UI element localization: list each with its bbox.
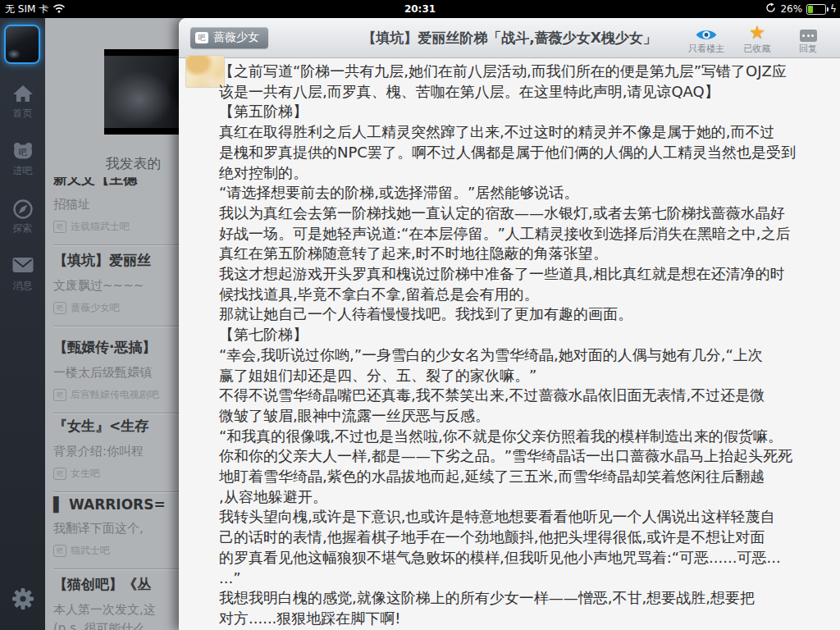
reply-bubble-icon (783, 21, 833, 42)
thread-title-header: 【填坑】爱丽丝阶梯「战斗,蔷薇少女X槐少女」 (362, 18, 657, 57)
forums-bar-icon: 吧 (0, 141, 45, 164)
bar-icon: 吧 (53, 221, 66, 233)
forum-badge-label: 蔷薇少女 (213, 30, 259, 45)
app-body: 首页 吧 进吧 (0, 18, 840, 630)
bar-icon: 吧 (53, 545, 66, 557)
bar-icon: 吧 (53, 302, 66, 314)
bar-icon: 吧 (53, 389, 66, 401)
reader-actions: 只看楼主 ★ 已收藏 回复 (681, 21, 833, 55)
forum-badge-button[interactable]: 吧 蔷薇少女 (190, 27, 268, 48)
sidebar-item-forums[interactable]: 吧 进吧 (0, 141, 45, 178)
settings-button[interactable] (0, 586, 45, 615)
action-label: 只看楼主 (681, 43, 732, 55)
user-avatar[interactable] (4, 25, 40, 64)
sidebar-item-label: 进吧 (13, 165, 33, 176)
sidebar-item-home[interactable]: 首页 (0, 84, 45, 121)
action-label: 回复 (783, 43, 833, 55)
sidebar-item-label: 首页 (13, 107, 33, 119)
sidebar-item-messages[interactable]: 消息 (0, 256, 45, 293)
sidebar-item-label: 消息 (13, 280, 33, 291)
bar-icon: 吧 (53, 468, 66, 480)
explore-compass-icon (0, 199, 45, 221)
battery-icon (806, 4, 826, 15)
forum-name: 女生吧 (71, 467, 100, 481)
status-bar: 无 SIM 卡 20:31 26% ϟ (0, 0, 840, 18)
reader-header: 吧 蔷薇少女 【填坑】爱丽丝阶梯「战斗,蔷薇少女X槐少女」 只看楼主 (179, 18, 840, 58)
left-nav-rail: 首页 吧 进吧 (0, 18, 45, 630)
battery-percent-label: 26% (780, 3, 802, 15)
home-icon (0, 84, 45, 107)
sidebar-item-explore[interactable]: 探索 (0, 199, 45, 235)
eye-icon (681, 21, 732, 42)
favorited-button[interactable]: ★ 已收藏 (732, 21, 783, 55)
only-op-button[interactable]: 只看楼主 (681, 21, 732, 55)
svg-text:吧: 吧 (19, 148, 27, 157)
bar-icon: 吧 (195, 32, 208, 43)
sidebar-item-label: 探索 (13, 222, 33, 234)
status-right: 26% ϟ (765, 0, 837, 18)
forum-name: 后宫甄嬛传电视剧吧 (71, 388, 159, 402)
post-body-text: 【之前写道“阶梯一共有九层,她们在前八层活动,而我们所在的便是第九层”写错了OJ… (219, 62, 840, 629)
forum-name: 蔷薇少女吧 (71, 301, 120, 315)
thread-reader-panel: 吧 蔷薇少女 【填坑】爱丽丝阶梯「战斗,蔷薇少女X槐少女」 只看楼主 (179, 18, 840, 630)
forum-name: 连载猫武士吧 (71, 220, 130, 234)
forum-name: 猫武士吧 (71, 544, 110, 558)
clock: 20:31 (0, 0, 840, 18)
rotation-lock-icon (765, 2, 776, 16)
action-label: 已收藏 (732, 43, 783, 55)
reply-button[interactable]: 回复 (783, 21, 833, 55)
settings-gear-icon (10, 600, 36, 615)
messages-icon (0, 256, 45, 279)
favorite-star-icon: ★ (749, 23, 766, 42)
tieba-ipad-app: 无 SIM 卡 20:31 26% ϟ (0, 0, 840, 630)
charging-bolt-icon: ϟ (830, 4, 837, 14)
reader-body[interactable]: 【之前写道“阶梯一共有九层,她们在前八层活动,而我们所在的便是第九层”写错了OJ… (179, 58, 840, 630)
